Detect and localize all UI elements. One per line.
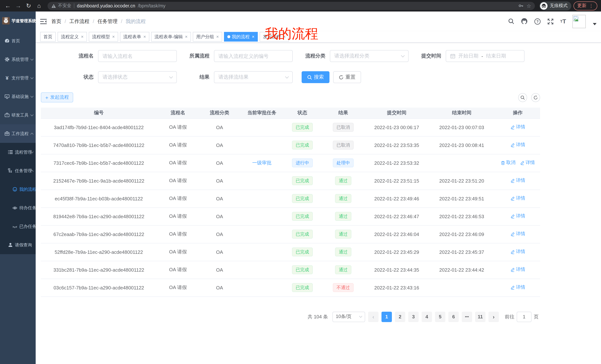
- tab-1[interactable]: 流程定义×: [58, 32, 87, 42]
- browser-update-button[interactable]: 更新 ⋮: [573, 1, 597, 10]
- close-icon[interactable]: ×: [112, 34, 115, 39]
- sidebar-item-9[interactable]: 待办任务: [0, 199, 36, 217]
- sidebar-item-6[interactable]: 流程管理: [0, 143, 36, 161]
- tab-2[interactable]: 流程模型×: [89, 32, 118, 42]
- toggle-search-button[interactable]: [518, 93, 527, 102]
- submit-time-range[interactable]: 开始日期 - 结束日期: [446, 50, 524, 62]
- key-icon[interactable]: [518, 3, 524, 9]
- sidebar-item-3[interactable]: 基础设施: [0, 87, 36, 106]
- security-warning[interactable]: 不安全: [51, 3, 71, 9]
- help-icon[interactable]: ?: [534, 18, 541, 25]
- breadcrumb-item[interactable]: 首页: [51, 18, 61, 25]
- action-详情[interactable]: 详情: [510, 267, 525, 273]
- sidebar-item-0[interactable]: 首页: [0, 31, 36, 50]
- status-badge: 进行中: [292, 158, 313, 167]
- url-divider: [74, 3, 74, 8]
- menu-fold-icon[interactable]: [40, 18, 47, 24]
- action-取消[interactable]: 取消: [501, 160, 516, 166]
- font-size-icon[interactable]: TT: [560, 18, 566, 25]
- cell-status: 已完成: [284, 118, 321, 136]
- pagination-page-6[interactable]: 6: [448, 312, 459, 322]
- user-avatar[interactable]: [572, 15, 586, 28]
- fullscreen-icon[interactable]: [547, 18, 554, 25]
- chevron-down-icon: [401, 53, 405, 57]
- category-select[interactable]: 请选择流程分类: [330, 50, 409, 62]
- result-select[interactable]: 请选择流结果: [214, 71, 293, 83]
- pagination-more[interactable]: •••: [462, 312, 472, 322]
- sidebar-item-1[interactable]: 系统管理: [0, 50, 36, 69]
- sidebar-item-2[interactable]: ¥支付管理: [0, 69, 36, 87]
- pagination-page-11[interactable]: 11: [475, 312, 485, 322]
- close-icon[interactable]: ×: [81, 34, 84, 39]
- cell-category: OA: [199, 225, 240, 243]
- process-name-input[interactable]: [98, 50, 177, 62]
- pagination-page-2[interactable]: 2: [395, 312, 405, 322]
- refresh-table-button[interactable]: [531, 93, 540, 102]
- sidebar-item-10[interactable]: 已办任务: [0, 217, 36, 236]
- create-process-button[interactable]: + 发起流程: [41, 92, 73, 102]
- status-badge: 已完成: [292, 123, 313, 132]
- tab-4[interactable]: 流程表单-编辑×: [151, 32, 191, 42]
- browser-forward-icon[interactable]: →: [14, 3, 22, 9]
- app-logo[interactable]: 芋道管理系统: [0, 11, 36, 30]
- browser-home-icon[interactable]: ⌂: [35, 3, 43, 9]
- task-link[interactable]: 一级审批: [252, 160, 271, 165]
- sidebar-item-7[interactable]: 任务管理: [0, 161, 36, 180]
- cell-actions: 详情: [496, 136, 540, 154]
- status-label: 状态: [41, 74, 94, 80]
- action-详情[interactable]: 详情: [520, 160, 535, 166]
- search-button-label: 搜索: [314, 74, 324, 80]
- cell-category: OA: [199, 243, 240, 261]
- action-详情[interactable]: 详情: [510, 284, 525, 291]
- tab-6[interactable]: 我的流程×: [224, 32, 258, 42]
- cell-status: 已完成: [284, 261, 321, 279]
- browser-chrome: ← → ↻ ⌂ 不安全 dashboard.yudao.iocoder.cn/b…: [0, 0, 601, 11]
- page-content: 流程名 所属流程 流程分类 请选择流程分类 提交时间 开始日期 - 结束日期: [36, 43, 601, 364]
- close-icon[interactable]: ×: [185, 34, 188, 39]
- tab-3[interactable]: 流程表单×: [120, 32, 149, 42]
- sidebar-item-4[interactable]: 研发工具: [0, 106, 36, 124]
- sidebar-item-11[interactable]: 请假查询: [0, 236, 36, 254]
- breadcrumb-item[interactable]: 工作流程: [70, 18, 90, 25]
- action-详情[interactable]: 详情: [510, 124, 525, 130]
- bookmark-star-icon[interactable]: ☆: [527, 3, 531, 9]
- reset-button[interactable]: 重置: [333, 71, 361, 83]
- cell-status: 已完成: [284, 243, 321, 261]
- action-详情[interactable]: 详情: [510, 213, 525, 220]
- sidebar-item-8[interactable]: 我的流程: [0, 180, 36, 199]
- action-详情[interactable]: 详情: [510, 249, 525, 255]
- url-bar[interactable]: 不安全 dashboard.yudao.iocoder.cn/bpm/task/…: [48, 2, 535, 10]
- browser-menu-icon[interactable]: ⋮: [589, 3, 594, 9]
- cell-status: 已完成: [284, 279, 321, 297]
- pagination-next-button[interactable]: ›: [489, 312, 499, 322]
- search-icon[interactable]: [508, 18, 514, 25]
- action-详情[interactable]: 详情: [510, 195, 525, 202]
- action-links: 详情: [510, 249, 525, 255]
- action-详情[interactable]: 详情: [510, 231, 525, 237]
- goto-page-input[interactable]: [517, 312, 531, 322]
- tab-5[interactable]: 用户分组×: [193, 32, 222, 42]
- search-button[interactable]: 搜索: [302, 71, 330, 83]
- process-def-input[interactable]: [214, 50, 293, 62]
- close-icon[interactable]: ×: [143, 34, 146, 39]
- pagination-page-5[interactable]: 5: [435, 312, 445, 322]
- browser-reload-icon[interactable]: ↻: [25, 3, 33, 9]
- pagination-page-3[interactable]: 3: [408, 312, 419, 322]
- sidebar-item-5[interactable]: 工作流程: [0, 124, 36, 143]
- pagination-prev-button[interactable]: ‹: [368, 312, 379, 322]
- action-详情[interactable]: 详情: [510, 178, 525, 184]
- close-icon[interactable]: ×: [216, 34, 219, 39]
- refresh-icon: [339, 75, 344, 80]
- close-icon[interactable]: ×: [252, 34, 254, 39]
- pagination-page-1[interactable]: 1: [381, 312, 392, 322]
- avatar-dropdown-icon[interactable]: [593, 23, 597, 25]
- breadcrumb-item: 我的流程: [126, 18, 146, 25]
- page-size-select[interactable]: 10条/页: [332, 312, 365, 322]
- browser-back-icon[interactable]: ←: [4, 3, 12, 9]
- tab-0[interactable]: 首页: [40, 32, 56, 42]
- pagination-page-4[interactable]: 4: [421, 312, 432, 322]
- github-icon[interactable]: [521, 18, 528, 25]
- action-详情[interactable]: 详情: [510, 142, 525, 148]
- breadcrumb-item[interactable]: 任务管理: [98, 18, 118, 25]
- status-select[interactable]: 请选择状态: [98, 71, 177, 83]
